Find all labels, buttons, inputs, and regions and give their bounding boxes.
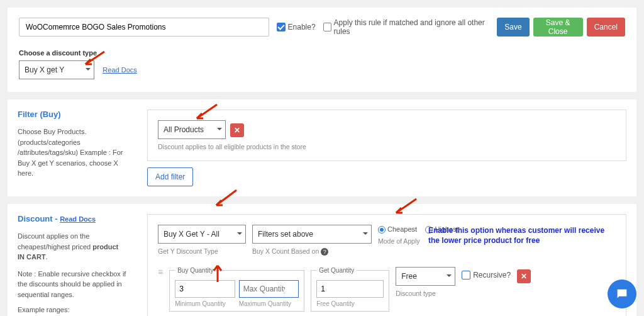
enable-checkbox[interactable]: Enable? xyxy=(277,23,316,31)
filter-content: All Products ✕ Discount applies to all e… xyxy=(137,99,636,196)
discount-type-row: Choose a discount type Buy X get Y Read … xyxy=(19,49,625,79)
discount-content: Buy X Get Y - All Get Y Discount Type Fi… xyxy=(137,204,636,316)
check-icon xyxy=(462,271,470,279)
discount-type-select[interactable]: Buy X get Y xyxy=(19,60,94,79)
free-type-select[interactable]: Free xyxy=(396,267,455,286)
remove-range-button[interactable]: ✕ xyxy=(517,269,531,283)
filter-side: Filter (Buy) Choose Buy Products. (produ… xyxy=(8,99,137,196)
min-quantity-input[interactable] xyxy=(175,280,235,298)
get-quantity-group: Get Quantity Free Quantity xyxy=(311,267,389,312)
radio-icon xyxy=(378,226,386,234)
filter-helper: Discount applies to all eligible product… xyxy=(158,143,616,150)
count-based-select[interactable]: Filters set above xyxy=(252,225,372,244)
header-panel: Enable? Apply this rule if matched and i… xyxy=(8,8,636,92)
max-quantity-input[interactable] xyxy=(239,280,299,298)
count-based-group: Filters set above Buy X Count Based on ? xyxy=(252,225,372,256)
get-y-type-helper: Get Y Discount Type xyxy=(158,247,246,255)
filter-product-select-wrap: All Products xyxy=(158,120,226,139)
check-icon xyxy=(323,23,331,31)
discount-type-helper: Discount type xyxy=(396,290,455,297)
discount-section: Discount - Read Docs Discount applies on… xyxy=(8,204,636,316)
quantity-row: ≡ Buy Quantity Minimum Quantity Maximum … xyxy=(158,267,616,312)
filter-title: Filter (Buy) xyxy=(18,110,127,119)
free-quantity-input[interactable] xyxy=(316,280,384,298)
action-buttons: Save Save & Close Cancel xyxy=(497,18,625,37)
discount-top-row: Buy X Get Y - All Get Y Discount Type Fi… xyxy=(158,225,616,256)
discount-type-label: Choose a discount type xyxy=(19,49,625,57)
chat-widget[interactable] xyxy=(608,279,636,308)
example-label: Example ranges: xyxy=(18,306,127,313)
count-based-helper: Buy X Count Based on ? xyxy=(252,247,372,256)
cheapest-radio[interactable]: Cheapest xyxy=(378,225,423,234)
read-docs-link[interactable]: Read Docs xyxy=(103,66,136,74)
help-icon[interactable]: ? xyxy=(321,248,328,256)
chat-icon xyxy=(615,287,629,301)
discount-title: Discount - Read Docs xyxy=(18,214,127,223)
rule-name-input[interactable] xyxy=(19,18,269,37)
enable-label: Enable? xyxy=(288,23,316,31)
filter-section: Filter (Buy) Choose Buy Products. (produ… xyxy=(8,99,636,196)
discount-type-group: Free Discount type xyxy=(396,267,455,297)
buy-quantity-group: Buy Quantity Minimum Quantity Maximum Qu… xyxy=(169,267,304,312)
filter-box: All Products ✕ Discount applies to all e… xyxy=(147,110,626,161)
header-row: Enable? Apply this rule if matched and i… xyxy=(19,18,625,37)
annotation-mode: Enable this option whereas customer will… xyxy=(428,226,611,245)
discount-box: Buy X Get Y - All Get Y Discount Type Fi… xyxy=(147,214,626,316)
remove-filter-button[interactable]: ✕ xyxy=(230,123,244,137)
add-filter-button[interactable]: Add filter xyxy=(147,167,193,186)
check-icon xyxy=(277,23,286,31)
discount-read-docs-link[interactable]: Read Docs xyxy=(60,215,96,223)
recursive-checkbox[interactable]: Recursive? xyxy=(462,271,511,279)
filter-desc: Choose Buy Products. (products/categorie… xyxy=(18,127,127,179)
discount-type-select-wrap: Buy X get Y xyxy=(19,60,94,79)
drag-handle[interactable]: ≡ xyxy=(158,267,163,277)
mode-apply-group: Cheapest Highest Mode of Apply Enable th… xyxy=(378,225,465,245)
save-close-button[interactable]: Save & Close xyxy=(533,18,583,37)
ignore-rules-checkbox[interactable]: Apply this rule if matched and ignore al… xyxy=(323,18,490,36)
save-button[interactable]: Save xyxy=(497,18,529,37)
discount-side: Discount - Read Docs Discount applies on… xyxy=(8,204,137,316)
filter-product-select[interactable]: All Products xyxy=(158,120,226,139)
get-y-type-group: Buy X Get Y - All Get Y Discount Type xyxy=(158,225,246,255)
discount-desc: Discount applies on the cheapest/highest… xyxy=(18,231,127,262)
ignore-label: Apply this rule if matched and ignore al… xyxy=(334,18,490,36)
discount-note: Note : Enable recursive checkbox if the … xyxy=(18,269,127,300)
get-y-type-select[interactable]: Buy X Get Y - All xyxy=(158,225,246,244)
cancel-button[interactable]: Cancel xyxy=(587,18,625,37)
